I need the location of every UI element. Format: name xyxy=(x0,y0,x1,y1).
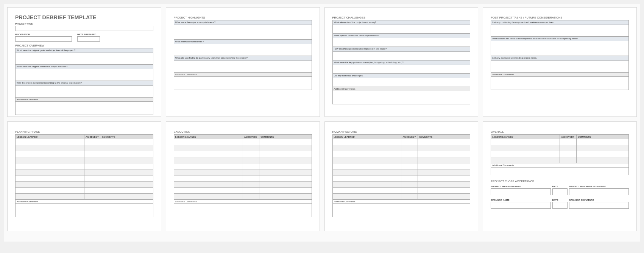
table-row[interactable] xyxy=(332,163,470,169)
table-row[interactable] xyxy=(16,188,153,194)
table-row[interactable] xyxy=(491,157,629,163)
overview-q1-field[interactable] xyxy=(16,53,153,64)
table-row[interactable] xyxy=(174,145,312,151)
table-row[interactable] xyxy=(332,169,470,175)
sponsor-name-field[interactable] xyxy=(491,202,550,209)
close-heading: PROJECT CLOSE ACCEPTANCE xyxy=(491,180,629,183)
table-row[interactable] xyxy=(332,175,470,182)
execution-th-achieved: ACHIEVED? xyxy=(243,135,259,139)
project-title-field[interactable] xyxy=(15,26,153,31)
overall-th-achieved: ACHIEVED? xyxy=(560,135,577,139)
table-row[interactable] xyxy=(332,139,470,145)
table-row[interactable] xyxy=(16,139,153,145)
table-row[interactable] xyxy=(174,157,312,163)
table-row[interactable] xyxy=(491,145,629,151)
table-row[interactable] xyxy=(16,194,153,200)
table-row[interactable] xyxy=(174,151,312,157)
table-row[interactable] xyxy=(16,175,153,182)
highlights-q1-field[interactable] xyxy=(174,25,312,39)
overall-heading: OVERALL xyxy=(491,130,629,133)
human-th-achieved: ACHIEVED? xyxy=(401,135,418,139)
human-heading: HUMAN FACTORS xyxy=(332,130,471,133)
pm-sig-field[interactable] xyxy=(569,188,629,195)
overall-additional-field[interactable] xyxy=(491,168,629,175)
table-row[interactable] xyxy=(332,182,470,188)
planning-table: LESSON LEARNED ACHIEVED? COMMENTS xyxy=(15,134,153,200)
table-row[interactable] xyxy=(332,194,470,200)
challenges-q4-field[interactable] xyxy=(333,65,470,73)
highlights-q2-field[interactable] xyxy=(174,44,312,56)
table-row[interactable] xyxy=(491,151,629,157)
sponsor-date-field[interactable] xyxy=(552,202,568,209)
highlights-q3-field[interactable] xyxy=(174,61,312,72)
challenges-q1-field[interactable] xyxy=(333,25,470,33)
postproject-additional-label: Additional Comments xyxy=(491,73,629,77)
challenges-q2-field[interactable] xyxy=(333,38,470,47)
table-row[interactable] xyxy=(16,182,153,188)
challenges-heading: PROJECT CHALLENGES xyxy=(332,16,471,19)
challenges-q3: How can these processes be improved in t… xyxy=(332,47,471,60)
overview-q3-field[interactable] xyxy=(16,86,153,97)
challenges-q5: List any technical challenges. xyxy=(332,74,471,87)
overview-q2-field[interactable] xyxy=(16,69,153,81)
postproject-q1-field[interactable] xyxy=(491,25,628,36)
human-additional-field[interactable] xyxy=(332,204,471,217)
page-overall: OVERALL LESSON LEARNED ACHIEVED? COMMENT… xyxy=(483,121,637,231)
postproject-q1: List any continuing development and main… xyxy=(491,20,629,37)
postproject-heading: POST-PROJECT TASKS / FUTURE CONSIDERATIO… xyxy=(491,16,629,19)
challenges-q2: What specific processes need improvement… xyxy=(332,34,471,47)
table-row[interactable] xyxy=(16,151,153,157)
challenges-q4-text: What were the key problems areas (i.e., … xyxy=(333,61,470,65)
sponsor-sig-label: SPONSOR SIGNATURE xyxy=(569,199,629,201)
overview-q2-text: What were the original criteria for proj… xyxy=(16,65,153,69)
table-row[interactable] xyxy=(16,169,153,175)
challenges-additional-field[interactable] xyxy=(332,91,471,104)
date-prepared-field[interactable] xyxy=(77,36,100,42)
overall-th-comments: COMMENTS xyxy=(576,135,628,139)
challenges-q1-text: What elements of the project went wrong? xyxy=(333,20,470,25)
postproject-q2: What actions still need to be completed,… xyxy=(491,37,629,56)
table-row[interactable] xyxy=(16,163,153,169)
table-row[interactable] xyxy=(174,175,312,182)
planning-additional-field[interactable] xyxy=(15,204,153,217)
challenges-q3-field[interactable] xyxy=(333,52,470,60)
highlights-q2: What methods worked well? xyxy=(174,40,312,56)
sponsor-name-label: SPONSOR NAME xyxy=(491,199,550,201)
table-row[interactable] xyxy=(16,157,153,163)
table-row[interactable] xyxy=(174,182,312,188)
table-row[interactable] xyxy=(174,139,312,145)
template-grid: PROJECT DEBRIEF TEMPLATE PROJECT TITLE M… xyxy=(4,4,640,242)
postproject-additional-field[interactable] xyxy=(491,77,629,90)
challenges-additional-label: Additional Comments xyxy=(332,87,471,91)
moderator-field[interactable] xyxy=(15,36,72,42)
highlights-additional-field[interactable] xyxy=(174,77,312,90)
page-execution: EXECUTION LESSON LEARNED ACHIEVED? COMME… xyxy=(166,121,320,231)
table-row[interactable] xyxy=(332,151,470,157)
sponsor-sig-field[interactable] xyxy=(569,202,629,209)
overview-q3-text: Was the project completed according to t… xyxy=(16,81,153,85)
challenges-q5-field[interactable] xyxy=(333,78,470,87)
execution-table: LESSON LEARNED ACHIEVED? COMMENTS xyxy=(174,134,312,200)
table-row[interactable] xyxy=(174,194,312,200)
challenges-q5-text: List any technical challenges. xyxy=(333,74,470,78)
postproject-q3-text: List any additional outstanding project … xyxy=(491,56,628,61)
table-row[interactable] xyxy=(332,145,470,151)
execution-additional-field[interactable] xyxy=(174,204,312,217)
pm-name-field[interactable] xyxy=(491,188,550,195)
table-row[interactable] xyxy=(174,169,312,175)
table-row[interactable] xyxy=(174,188,312,194)
postproject-q2-field[interactable] xyxy=(491,41,628,56)
table-row[interactable] xyxy=(16,145,153,151)
table-row[interactable] xyxy=(332,157,470,163)
overview-q1: What were the original goals and objecti… xyxy=(15,48,153,65)
overview-additional-label: Additional Comments xyxy=(15,98,153,102)
page-highlights: PROJECT HIGHLIGHTS What were the major a… xyxy=(166,7,320,117)
table-row[interactable] xyxy=(332,188,470,194)
pm-date-label: DATE xyxy=(552,185,568,188)
overall-additional-label: Additional Comments xyxy=(491,163,629,168)
overview-additional-field[interactable] xyxy=(15,102,153,115)
table-row[interactable] xyxy=(491,139,629,145)
postproject-q3-field[interactable] xyxy=(491,61,628,72)
table-row[interactable] xyxy=(174,163,312,169)
pm-date-field[interactable] xyxy=(552,188,568,195)
